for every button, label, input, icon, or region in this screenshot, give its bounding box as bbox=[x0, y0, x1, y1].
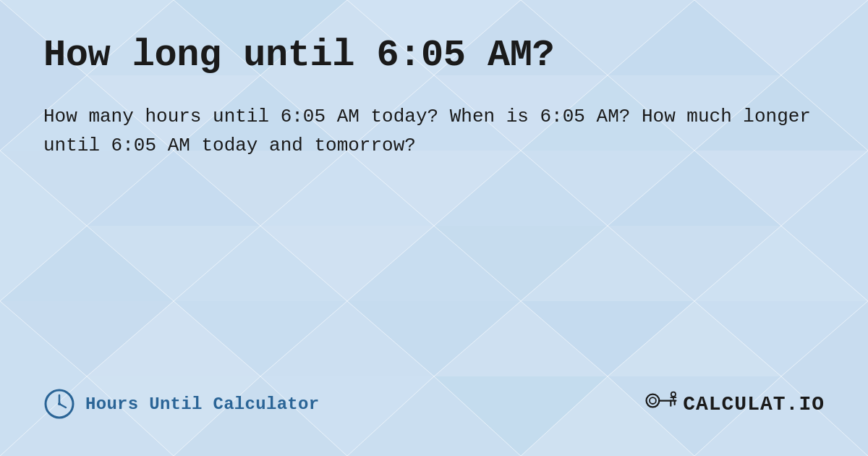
svg-point-133 bbox=[647, 394, 660, 408]
footer-left: Hours Until Calculator bbox=[43, 388, 319, 420]
svg-point-134 bbox=[650, 397, 656, 404]
logo: CALCULAT.IO bbox=[644, 390, 825, 418]
page-description: How many hours until 6:05 AM today? When… bbox=[43, 102, 825, 161]
logo-text: CALCULAT.IO bbox=[683, 393, 825, 415]
logo-icon bbox=[644, 390, 678, 418]
svg-point-138 bbox=[671, 392, 676, 397]
footer-calculator-label: Hours Until Calculator bbox=[85, 394, 319, 414]
footer: Hours Until Calculator CALCULAT.IO bbox=[43, 388, 825, 427]
page-title: How long until 6:05 AM? bbox=[43, 35, 825, 76]
svg-point-132 bbox=[58, 402, 61, 405]
clock-icon bbox=[43, 388, 75, 420]
